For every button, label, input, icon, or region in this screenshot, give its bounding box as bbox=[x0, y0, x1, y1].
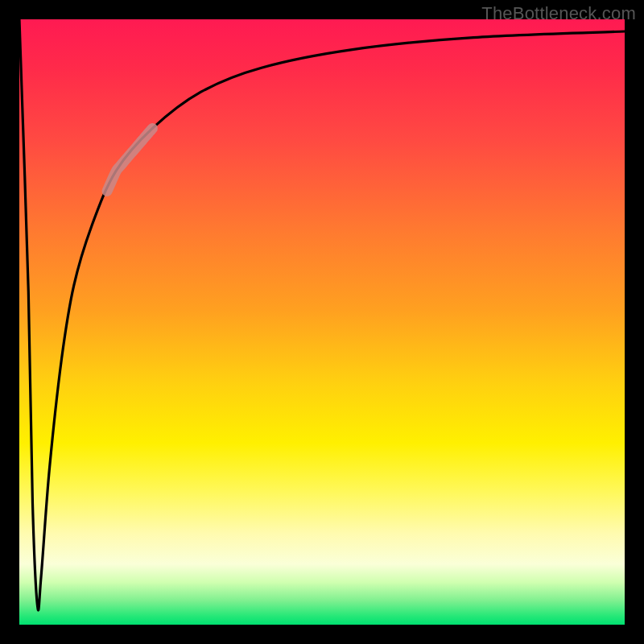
watermark-text: TheBottleneck.com bbox=[481, 3, 636, 24]
highlight-band bbox=[107, 128, 152, 191]
bottleneck-curve bbox=[19, 19, 625, 610]
chart-frame bbox=[19, 19, 625, 625]
chart-curve-layer bbox=[19, 19, 625, 625]
